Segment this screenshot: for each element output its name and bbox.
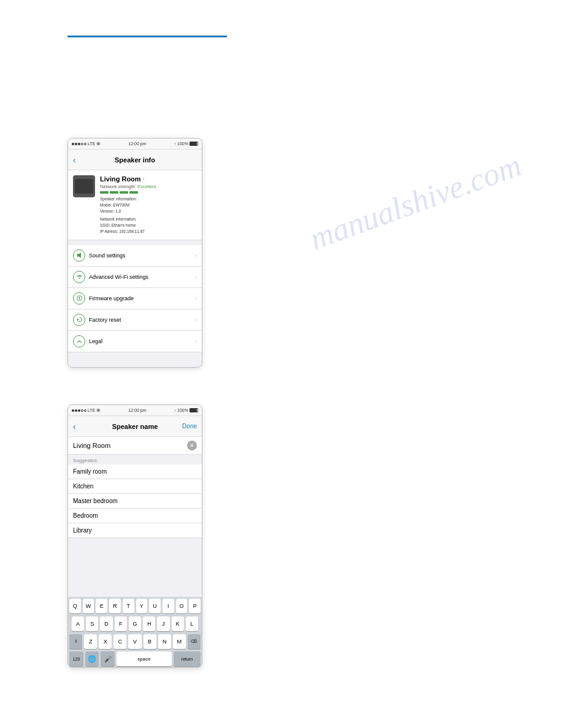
key-b[interactable]: B (144, 634, 156, 649)
key-l[interactable]: L (186, 616, 198, 631)
dot3-2 (78, 409, 80, 412)
menu-label-wifi: Advanced Wi-Fi settings (89, 274, 191, 280)
suggestion-library[interactable]: Library (68, 523, 202, 538)
key-k[interactable]: K (172, 616, 184, 631)
dot4 (81, 143, 83, 145)
key-mic[interactable]: 🎤 (101, 651, 115, 666)
dot4-2 (81, 409, 83, 412)
key-m[interactable]: M (173, 634, 186, 649)
key-o[interactable]: O (176, 599, 188, 613)
back-button-1[interactable]: ‹ (73, 155, 76, 165)
status-bar-1: LTE ⊕ 12:00 pm ↑ 100% (68, 138, 202, 150)
key-n[interactable]: N (158, 634, 171, 649)
keyboard-row-1: Q W E R T Y U I O P (68, 597, 202, 615)
key-x[interactable]: X (99, 634, 112, 649)
wifi-icon-1: ⊕ (96, 141, 101, 146)
bar1 (100, 191, 109, 194)
svg-rect-4 (79, 275, 80, 276)
key-d[interactable]: D (100, 616, 112, 631)
nav-bar-2: ‹ Speaker name Done (68, 416, 202, 437)
key-h[interactable]: H (143, 616, 155, 631)
keyboard-row-3: ⇧ Z X C V B N M ⌫ (68, 632, 202, 650)
speaker-details: Living Room › Network strength: Excellen… (100, 175, 197, 235)
key-u[interactable]: U (149, 599, 161, 613)
key-p[interactable]: P (189, 599, 201, 613)
menu-label-firmware: Firmware upgrade (89, 295, 191, 301)
nav-title-1: Speaker info (115, 156, 155, 164)
nav-title-2: Speaker name (112, 423, 158, 430)
signal-bars (100, 191, 197, 194)
bar4 (129, 191, 138, 194)
wifi-settings-icon (73, 271, 85, 283)
menu-chevron-sound: › (195, 252, 197, 259)
key-g[interactable]: G (129, 616, 141, 631)
dot5-2 (84, 409, 86, 412)
key-v[interactable]: V (128, 634, 141, 649)
keyboard-bottom-row: 123 🌐 🎤 space return (68, 650, 202, 668)
key-backspace[interactable]: ⌫ (188, 634, 201, 649)
signal-arrow-2: ↑ (174, 408, 177, 412)
key-t[interactable]: T (123, 599, 134, 613)
speaker-name-text: Living Room (100, 175, 141, 183)
status-right-1: ↑ 100% (174, 142, 198, 146)
suggestion-master-bedroom[interactable]: Master bedroom (68, 494, 202, 509)
dot5 (84, 143, 86, 145)
speaker-avatar (73, 175, 95, 197)
signal-arrow-1: ↑ (174, 142, 177, 146)
menu-section: Sound settings › Advanced Wi-Fi settings (68, 245, 202, 352)
sound-icon (73, 249, 85, 262)
status-bar-left-2: LTE ⊕ (72, 408, 101, 413)
speaker-name-input[interactable] (73, 442, 185, 449)
key-i[interactable]: I (163, 599, 174, 613)
svg-rect-0 (77, 254, 79, 257)
key-a[interactable]: A (72, 616, 84, 631)
key-r[interactable]: R (109, 599, 121, 613)
suggestion-bedroom[interactable]: Bedroom (68, 509, 202, 523)
lte-label: LTE (88, 142, 95, 146)
key-y[interactable]: Y (136, 599, 148, 613)
menu-item-reset[interactable]: Factory reset › (68, 309, 202, 331)
battery-percent-2: 100% (177, 408, 188, 412)
key-z[interactable]: Z (84, 634, 97, 649)
battery-2 (190, 408, 198, 412)
key-j[interactable]: J (157, 616, 169, 631)
key-123[interactable]: 123 (69, 651, 83, 666)
key-w[interactable]: W (83, 599, 94, 613)
key-globe[interactable]: 🌐 (85, 651, 99, 666)
key-shift[interactable]: ⇧ (69, 634, 82, 649)
svg-rect-5 (80, 275, 82, 276)
key-q[interactable]: Q (69, 599, 81, 613)
menu-item-wifi[interactable]: Advanced Wi-Fi settings › (68, 267, 202, 288)
speaker-info-content: Living Room › Network strength: Excellen… (68, 170, 202, 368)
speaker-info-text: Speaker information: Model: EW700M Versi… (100, 196, 197, 214)
speaker-name-content: ✕ Suggested: Family room Kitchen Master … (68, 437, 202, 668)
svg-point-2 (79, 278, 80, 279)
key-f[interactable]: F (115, 616, 127, 631)
menu-chevron-firmware: › (195, 295, 197, 301)
suggestion-family-room[interactable]: Family room (68, 464, 202, 479)
key-c[interactable]: C (113, 634, 126, 649)
lte-label-2: LTE (88, 408, 95, 412)
suggestion-kitchen[interactable]: Kitchen (68, 479, 202, 494)
battery-fill-1 (190, 142, 197, 145)
battery-fill-2 (190, 409, 197, 412)
menu-chevron-wifi: › (195, 274, 197, 280)
menu-item-sound[interactable]: Sound settings › (68, 245, 202, 267)
speaker-name-row[interactable]: Living Room › (100, 175, 197, 183)
key-s[interactable]: S (86, 616, 98, 631)
back-button-2[interactable]: ‹ (73, 422, 76, 431)
key-return[interactable]: return (174, 651, 201, 666)
svg-marker-9 (77, 319, 79, 321)
done-button[interactable]: Done (182, 423, 197, 430)
menu-item-legal[interactable]: Legal › (68, 331, 202, 352)
menu-item-firmware[interactable]: Firmware upgrade › (68, 288, 202, 309)
clear-input-button[interactable]: ✕ (187, 441, 197, 450)
network-strength-value: Excellent (137, 184, 156, 189)
key-e[interactable]: E (96, 599, 107, 613)
svg-marker-1 (79, 252, 81, 258)
battery-1 (190, 142, 198, 146)
keyboard-row-2: A S D F G H J K L (68, 615, 202, 632)
key-space[interactable]: space (117, 651, 172, 666)
dot2 (75, 143, 77, 145)
menu-label-reset: Factory reset (89, 317, 191, 323)
